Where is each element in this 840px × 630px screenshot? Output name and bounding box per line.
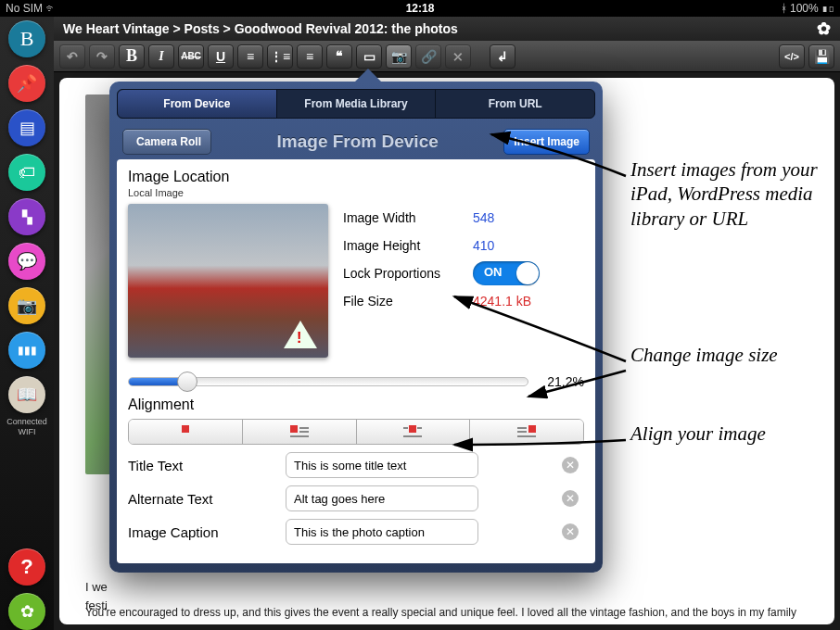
sidebar-item-settings[interactable]: ✿ [8, 593, 45, 630]
gear-icon[interactable]: ✿ [817, 19, 831, 39]
italic-button[interactable]: I [148, 44, 174, 69]
battery-icon: ▮▯ [821, 2, 834, 15]
annotation-insert: Insert images from your iPad, WordPress … [630, 158, 834, 231]
more-button[interactable]: ▭ [356, 44, 382, 69]
caption-input[interactable] [286, 519, 478, 545]
image-button[interactable]: 📷 [386, 44, 412, 69]
editor-toolbar: ↶ ↷ B I ABC U ≡ ⋮≡ ≡ ❝ ▭ 📷 🔗 ⤫ ↲ </> 💾 [54, 41, 840, 72]
popover-title: Image From Device [211, 132, 503, 152]
align-center-button[interactable] [357, 420, 471, 444]
alt-text-input[interactable] [286, 485, 478, 511]
clear-icon[interactable]: ✕ [562, 490, 579, 507]
return-button[interactable]: ↲ [490, 44, 515, 69]
sidebar-item-wifi[interactable]: 📖 [8, 376, 45, 413]
source-tabs: From Device From Media Library From URL [117, 89, 595, 119]
code-button[interactable]: </> [779, 44, 805, 69]
tab-from-url[interactable]: From URL [436, 90, 594, 118]
align-button[interactable]: ≡ [237, 44, 263, 69]
status-bar: No SIM ᯤ 12:18 ᚼ 100% ▮▯ [0, 0, 840, 17]
width-value[interactable]: 548 [473, 210, 494, 225]
annotation-size: Change image size [630, 343, 834, 367]
wifi-icon: ᯤ [45, 2, 57, 15]
align-none-button[interactable] [129, 420, 243, 444]
sidebar-item-stats[interactable]: ▮▮▮ [8, 332, 45, 369]
insert-image-button[interactable]: Insert Image [503, 129, 590, 155]
tab-from-library[interactable]: From Media Library [277, 90, 437, 118]
lock-proportions-toggle[interactable]: ON [473, 261, 540, 285]
redo-icon[interactable]: ↷ [89, 44, 115, 69]
lock-label: Lock Proportions [343, 266, 473, 281]
annotation-align: Align your image [630, 422, 834, 446]
link-button[interactable]: 🔗 [415, 44, 441, 69]
image-location-label: Image Location [128, 169, 584, 185]
align-left-button[interactable] [243, 420, 357, 444]
alignment-segmented [128, 419, 584, 445]
title-text-label: Title Text [128, 458, 286, 473]
filesize-value: 4241.1 kB [473, 294, 531, 309]
bluetooth-icon: ᚼ [781, 2, 787, 15]
sidebar-item-pages[interactable]: ▤ [8, 109, 45, 146]
wifi-label: Connected WIFI [6, 417, 47, 437]
clear-icon[interactable]: ✕ [562, 457, 579, 473]
local-image-label: Local Image [128, 187, 584, 198]
sidebar-item-comments[interactable]: 💬 [8, 243, 45, 280]
bold-button[interactable]: B [119, 44, 145, 69]
clear-icon[interactable]: ✕ [562, 523, 579, 540]
align-right-button[interactable] [470, 420, 583, 444]
height-value[interactable]: 410 [473, 238, 494, 253]
list-ul-button[interactable]: ⋮≡ [267, 44, 293, 69]
alignment-label: Alignment [128, 397, 584, 413]
battery-pct: 100% [790, 2, 819, 15]
filesize-label: File Size [343, 294, 473, 309]
height-label: Image Height [343, 238, 473, 253]
list-ol-button[interactable]: ≡ [297, 44, 323, 69]
underline-button[interactable]: U [208, 44, 234, 69]
sidebar-item-blog[interactable]: B [8, 20, 45, 57]
size-percent: 21.2% [528, 374, 584, 389]
save-button[interactable]: 💾 [808, 44, 834, 69]
breadcrumb: We Heart Vintage > Posts > Goodwood Revi… [54, 17, 840, 41]
image-insert-popover: From Device From Media Library From URL … [109, 82, 603, 573]
sidebar-item-tags[interactable]: 🏷 [8, 154, 45, 191]
back-camera-roll-button[interactable]: Camera Roll [122, 129, 211, 155]
no-sim: No SIM [6, 2, 43, 15]
caption-label: Image Caption [128, 524, 286, 540]
title-text-input[interactable] [286, 452, 478, 478]
tab-from-device[interactable]: From Device [118, 90, 277, 118]
strike-button[interactable]: ABC [178, 44, 204, 69]
editor-text-bottom: You're encouraged to dress up, and this … [85, 604, 808, 621]
sidebar-item-sitemap[interactable]: ▚ [8, 198, 45, 235]
width-label: Image Width [343, 210, 473, 225]
sidebar: B 📌 ▤ 🏷 ▚ 💬 📷 ▮▮▮ 📖 Connected WIFI ? ✿ [0, 17, 54, 630]
sidebar-item-pin[interactable]: 📌 [8, 65, 45, 102]
alt-text-label: Alternate Text [128, 491, 286, 507]
sidebar-item-camera[interactable]: 📷 [8, 287, 45, 324]
undo-icon[interactable]: ↶ [59, 44, 85, 69]
unlink-button[interactable]: ⤫ [445, 44, 471, 69]
sidebar-item-help[interactable]: ? [8, 548, 45, 586]
size-slider[interactable] [128, 377, 528, 386]
quote-button[interactable]: ❝ [326, 44, 352, 69]
image-preview [128, 204, 328, 358]
status-time: 12:18 [282, 2, 558, 15]
